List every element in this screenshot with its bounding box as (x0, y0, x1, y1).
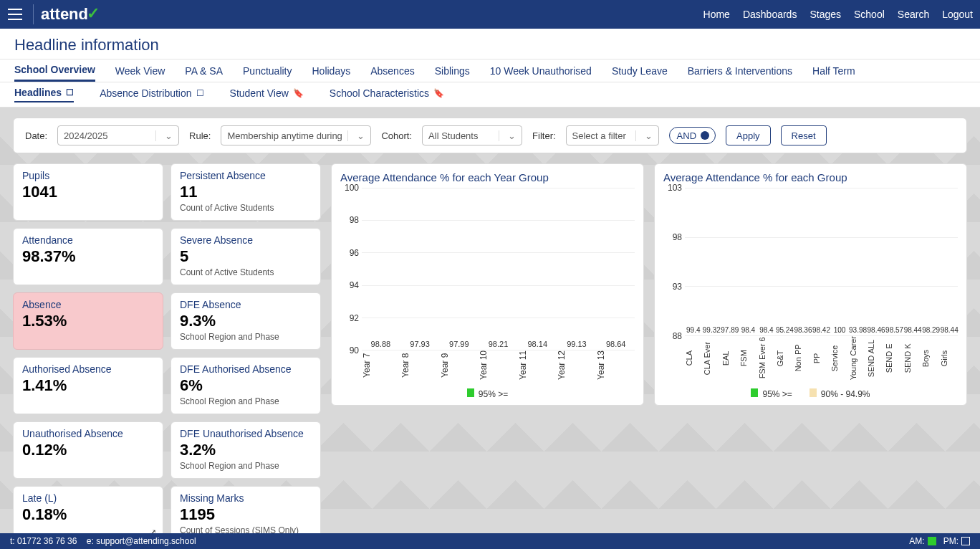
y-axis: 9092949698100 (340, 188, 362, 350)
kpi-grid: Pupils1041Persistent Absence11Count of A… (13, 163, 321, 543)
y-tick: 93 (673, 282, 682, 292)
x-tick: CLA (685, 336, 703, 384)
y-tick: 98 (673, 232, 682, 242)
kpi-dfe-absence[interactable]: DFE Absence9.3%School Region and Phase (170, 292, 321, 350)
plot-area: 99.499.3297.8998.498.495.2498.3698.42100… (685, 188, 958, 336)
x-tick: FSM (739, 336, 757, 384)
tab-punctuality[interactable]: Punctuality (243, 64, 292, 82)
subtab-school-characteristics[interactable]: School Characteristics🔖 (330, 87, 444, 102)
tab-10-week-unauthorised[interactable]: 10 Week Unauthorised (490, 64, 592, 82)
kpi-title: Late (L) (22, 492, 154, 504)
kpi-absence[interactable]: Absence1.53% (13, 292, 163, 350)
x-axis: Year 7Year 8Year 9Year 10Year 11Year 12Y… (362, 350, 635, 384)
bar-pp[interactable]: 98.42 (813, 326, 830, 335)
subtab-student-view[interactable]: Student View🔖 (230, 87, 304, 102)
bar-value-label: 98.57 (885, 326, 903, 334)
bar-fsm-ever-6[interactable]: 98.4 (758, 326, 775, 335)
and-toggle[interactable]: AND (669, 127, 716, 144)
bar-value-label: 95.24 (776, 326, 794, 334)
bar-value-label: 98.14 (527, 340, 547, 348)
bar-boys[interactable]: 98.29 (923, 326, 940, 335)
topnav-search[interactable]: Search (898, 9, 929, 20)
kpi-pupils[interactable]: Pupils1041 (13, 163, 163, 221)
tab-school-overview[interactable]: School Overview (14, 64, 95, 82)
topnav-school[interactable]: School (854, 9, 885, 20)
y-tick: 98 (350, 215, 359, 225)
tab-study-leave[interactable]: Study Leave (612, 64, 668, 82)
kpi-severe-absence[interactable]: Severe Absence5Count of Active Students (170, 228, 321, 285)
bar-value-label: 99.32 (703, 326, 721, 334)
filter-select[interactable]: Select a filter ⌄ (566, 125, 659, 145)
cohort-select[interactable]: All Students ⌄ (422, 125, 522, 145)
bar-value-label: 98.4 (759, 326, 773, 334)
legend-item: 90% - 94.9% (810, 388, 870, 399)
bar-young-carer[interactable]: 93.98 (850, 326, 867, 335)
y-tick: 92 (350, 313, 359, 323)
kpi-subtitle: Count of Active Students (180, 267, 312, 277)
svg-rect-0 (8, 9, 22, 10)
tab-week-view[interactable]: Week View (115, 64, 165, 82)
kpi-value: 1.41% (22, 376, 154, 395)
bar-cla[interactable]: 99.4 (685, 326, 702, 335)
bar-year-9[interactable]: 97.99 (440, 340, 478, 350)
x-tick: Young Carer (849, 336, 867, 384)
chart-legend: 95% >= (340, 388, 635, 399)
top-nav: HomeDashboardsStagesSchoolSearchLogout (691, 9, 973, 20)
tab-holidays[interactable]: Holidays (312, 64, 351, 82)
tab-siblings[interactable]: Siblings (435, 64, 470, 82)
kpi-value: 6% (180, 376, 312, 395)
kpi-title: Unauthorised Absence (22, 428, 154, 439)
rule-select[interactable]: Membership anytime during ⌄ (221, 125, 371, 145)
topnav-dashboards[interactable]: Dashboards (743, 9, 797, 20)
bar-eal[interactable]: 97.89 (721, 326, 739, 335)
bar-year-12[interactable]: 99.13 (558, 340, 596, 350)
subtab-headlines[interactable]: Headlines☐ (14, 87, 74, 102)
subtab-label: School Characteristics (330, 87, 429, 99)
date-select[interactable]: 2024/2025 ⌄ (57, 125, 179, 145)
x-tick: Non PP (794, 336, 812, 384)
tab-pa-sa[interactable]: PA & SA (185, 64, 223, 82)
kpi-dfe-unauthorised-absence[interactable]: DFE Unauthorised Absence3.2%School Regio… (170, 421, 321, 479)
bar-g-t[interactable]: 95.24 (777, 326, 794, 335)
bar-girls[interactable]: 98.44 (941, 326, 958, 335)
bar-year-10[interactable]: 98.21 (479, 340, 517, 350)
filter-label: Filter: (532, 130, 556, 141)
bar-year-7[interactable]: 98.88 (362, 340, 400, 350)
apply-button[interactable]: Apply (726, 125, 771, 145)
date-label: Date: (25, 130, 47, 141)
bar-value-label: 99.13 (567, 340, 587, 348)
y-tick: 90 (350, 345, 359, 355)
kpi-unauthorised-absence[interactable]: Unauthorised Absence0.12% (13, 421, 163, 479)
kpi-persistent-absence[interactable]: Persistent Absence11Count of Active Stud… (170, 163, 321, 221)
tab-absences[interactable]: Absences (370, 64, 414, 82)
tab-half-term[interactable]: Half Term (812, 64, 855, 82)
bar-year-11[interactable]: 98.14 (519, 340, 557, 350)
plot-area: 98.8897.9397.9998.2198.1499.1398.64 (362, 188, 635, 350)
bar-send-k[interactable]: 98.44 (904, 326, 921, 335)
x-tick: SEND K (903, 336, 921, 384)
subtab-label: Student View (230, 87, 289, 99)
bar-service[interactable]: 100 (831, 326, 848, 335)
bar-non-pp[interactable]: 98.36 (794, 326, 812, 335)
bar-fsm[interactable]: 98.4 (740, 326, 757, 335)
subtab-absence-distribution[interactable]: Absence Distribution☐ (100, 87, 203, 102)
topnav-home[interactable]: Home (703, 9, 730, 20)
kpi-dfe-authorised-absence[interactable]: DFE Authorised Absence6%School Region an… (170, 357, 321, 414)
subtab-label: Absence Distribution (100, 87, 191, 99)
topnav-stages[interactable]: Stages (810, 9, 841, 20)
tab-barriers-interventions[interactable]: Barriers & Interventions (688, 64, 792, 82)
bar-year-8[interactable]: 97.93 (401, 340, 439, 350)
chevron-down-icon: ⌄ (347, 130, 365, 141)
topnav-logout[interactable]: Logout (942, 9, 973, 20)
kpi-authorised-absence[interactable]: Authorised Absence1.41% (13, 357, 163, 414)
bar-send-all[interactable]: 98.46 (868, 326, 885, 335)
kpi-attendance[interactable]: Attendance98.37% (13, 228, 163, 285)
x-tick: EAL (721, 336, 739, 384)
x-tick: PP (812, 336, 830, 384)
bar-cla-ever[interactable]: 99.32 (703, 326, 721, 335)
bar-year-13[interactable]: 98.64 (597, 340, 635, 350)
bar-send-e[interactable]: 98.57 (886, 326, 903, 335)
menu-icon[interactable] (4, 4, 26, 25)
brand-logo[interactable]: attend✓ (41, 5, 100, 24)
reset-button[interactable]: Reset (781, 125, 827, 145)
